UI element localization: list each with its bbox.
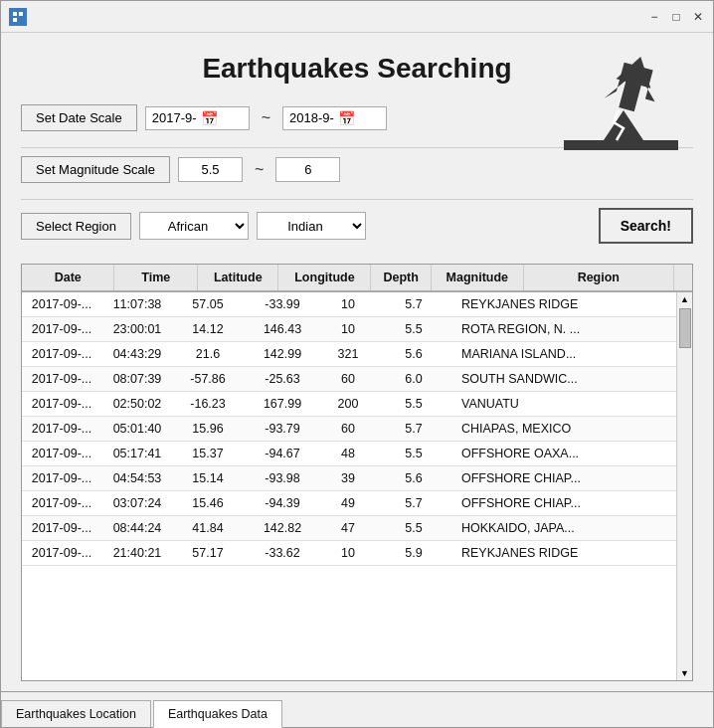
cell-date: 2017-09-... <box>22 317 101 342</box>
cell-lat: 15.37 <box>173 442 243 466</box>
cell-region: OFFSHORE CHIAP... <box>453 466 676 491</box>
calendar-start-icon[interactable]: 📅 <box>201 110 218 126</box>
cell-depth: 47 <box>322 516 374 541</box>
cell-time: 08:44:24 <box>101 516 173 541</box>
title-bar: − □ ✕ <box>1 1 713 33</box>
cell-date: 2017-09-... <box>22 516 101 541</box>
bottom-tabs: Earthquakes Location Earthquakes Data <box>1 691 713 727</box>
cell-date: 2017-09-... <box>22 417 101 442</box>
scroll-up-button[interactable]: ▲ <box>678 292 692 306</box>
cell-lon: -33.62 <box>243 541 322 566</box>
svg-marker-6 <box>610 52 658 113</box>
cell-lat: 15.14 <box>173 466 243 491</box>
scrollbar[interactable]: ▲ ▼ <box>676 292 692 680</box>
cell-lon: 142.82 <box>243 516 322 541</box>
title-bar-controls: − □ ✕ <box>647 10 705 24</box>
cell-date: 2017-09-... <box>22 342 101 367</box>
cell-depth: 60 <box>322 417 374 442</box>
date-start-value: 2017-9- <box>152 110 197 125</box>
cell-lon: 146.43 <box>243 317 322 342</box>
col-depth: Depth <box>371 265 431 291</box>
tab-earthquakes-location[interactable]: Earthquakes Location <box>1 700 151 727</box>
col-longitude: Longitude <box>278 265 371 291</box>
table-scroll-area[interactable]: 2017-09-...11:07:3857.05-33.99105.7REYKJ… <box>22 292 676 680</box>
cell-lon: 142.99 <box>243 342 322 367</box>
main-content: Earthquakes Searching S <box>1 33 713 691</box>
cell-time: 03:07:24 <box>101 491 173 516</box>
cell-lon: -33.99 <box>243 292 322 317</box>
svg-rect-2 <box>19 12 23 16</box>
earthquakes-table: Date Time Latitude Longitude Depth Magni… <box>22 265 692 292</box>
cell-depth: 10 <box>322 317 374 342</box>
cell-depth: 39 <box>322 466 374 491</box>
select-region-button[interactable]: Select Region <box>21 213 131 240</box>
date-start-field[interactable]: 2017-9- 📅 <box>145 106 250 130</box>
svg-rect-1 <box>13 12 17 16</box>
scroll-down-button[interactable]: ▼ <box>678 666 692 680</box>
cell-time: 21:40:21 <box>101 541 173 566</box>
cell-lat: -16.23 <box>173 392 243 417</box>
cell-lat: 41.84 <box>173 516 243 541</box>
set-date-scale-button[interactable]: Set Date Scale <box>21 104 137 131</box>
region1-dropdown[interactable]: African <box>139 212 249 240</box>
select-region-row: Select Region African Indian Search! <box>21 208 693 244</box>
calendar-end-icon[interactable]: 📅 <box>338 110 355 126</box>
cell-depth: 48 <box>322 442 374 466</box>
search-button[interactable]: Search! <box>599 208 693 244</box>
cell-lon: -25.63 <box>243 367 322 392</box>
cell-depth: 10 <box>322 292 374 317</box>
table-wrapper: 2017-09-...11:07:3857.05-33.99105.7REYKJ… <box>22 292 692 680</box>
cell-region: REYKJANES RIDGE <box>453 541 676 566</box>
col-region: Region <box>523 265 673 291</box>
cell-date: 2017-09-... <box>22 442 101 466</box>
table-row: 2017-09-...08:44:2441.84142.82475.5HOKKA… <box>22 516 676 541</box>
magnitude-max-input[interactable] <box>275 157 340 182</box>
close-button[interactable]: ✕ <box>691 10 705 24</box>
main-window: − □ ✕ Earthquakes Searching <box>0 0 714 728</box>
cell-region: ROTA REGION, N. ... <box>453 317 676 342</box>
cell-mag: 5.5 <box>374 317 453 342</box>
cell-mag: 5.7 <box>374 491 453 516</box>
cell-time: 02:50:02 <box>101 392 173 417</box>
table-row: 2017-09-...02:50:02-16.23167.992005.5VAN… <box>22 392 676 417</box>
table-row: 2017-09-...04:43:2921.6142.993215.6MARIA… <box>22 342 676 367</box>
cell-mag: 5.7 <box>374 292 453 317</box>
cell-mag: 5.6 <box>374 466 453 491</box>
earthquakes-data-table: 2017-09-...11:07:3857.05-33.99105.7REYKJ… <box>22 292 676 566</box>
table-row: 2017-09-...21:40:2157.17-33.62105.9REYKJ… <box>22 541 676 566</box>
set-magnitude-scale-button[interactable]: Set Magnitude Scale <box>21 156 170 183</box>
cell-region: SOUTH SANDWIC... <box>453 367 676 392</box>
cell-date: 2017-09-... <box>22 491 101 516</box>
cell-region: HOKKAIDO, JAPA... <box>453 516 676 541</box>
cell-lat: 14.12 <box>173 317 243 342</box>
cell-lat: 15.46 <box>173 491 243 516</box>
maximize-button[interactable]: □ <box>669 10 683 24</box>
magnitude-min-input[interactable] <box>178 157 243 182</box>
cell-lat: 57.17 <box>173 541 243 566</box>
cell-lat: 57.05 <box>173 292 243 317</box>
table-row: 2017-09-...03:07:2415.46-94.39495.7OFFSH… <box>22 491 676 516</box>
data-table-container: Date Time Latitude Longitude Depth Magni… <box>21 264 693 681</box>
col-time: Time <box>114 265 198 291</box>
date-end-field[interactable]: 2018-9- 📅 <box>282 106 387 130</box>
table-row: 2017-09-...04:54:5315.14-93.98395.6OFFSH… <box>22 466 676 491</box>
minimize-button[interactable]: − <box>647 10 661 24</box>
cell-lon: -93.79 <box>243 417 322 442</box>
cell-date: 2017-09-... <box>22 292 101 317</box>
earthquake-icon-area <box>554 51 683 153</box>
table-row: 2017-09-...11:07:3857.05-33.99105.7REYKJ… <box>22 292 676 317</box>
cell-lat: 15.96 <box>173 417 243 442</box>
cell-lat: 21.6 <box>173 342 243 367</box>
tab-earthquakes-data[interactable]: Earthquakes Data <box>153 700 282 728</box>
cell-region: VANUATU <box>453 392 676 417</box>
table-row: 2017-09-...23:00:0114.12146.43105.5ROTA … <box>22 317 676 342</box>
table-row: 2017-09-...05:01:4015.96-93.79605.7CHIAP… <box>22 417 676 442</box>
cell-time: 05:01:40 <box>101 417 173 442</box>
scrollbar-thumb[interactable] <box>679 308 691 348</box>
cell-lon: 167.99 <box>243 392 322 417</box>
col-magnitude: Magnitude <box>431 265 523 291</box>
region2-dropdown[interactable]: Indian <box>257 212 366 240</box>
date-tilde: ~ <box>262 109 270 127</box>
cell-time: 04:54:53 <box>101 466 173 491</box>
cell-time: 23:00:01 <box>101 317 173 342</box>
